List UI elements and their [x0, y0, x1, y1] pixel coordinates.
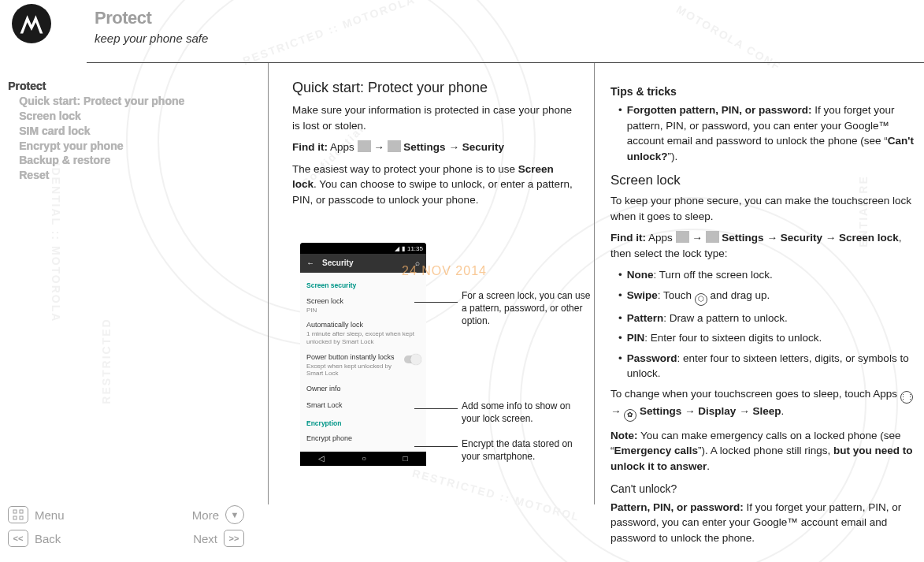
opt-pattern: •Pattern: Draw a pattern to unlock.	[618, 311, 916, 326]
phone-row-smartlock: Smart Lock	[306, 397, 420, 414]
nav-recent-icon: □	[403, 453, 408, 465]
toggle-icon	[404, 355, 420, 363]
sidebar-item-screenlock[interactable]: Screen lock	[8, 109, 260, 124]
phone-time: 11:35	[407, 244, 423, 254]
chevron-right-icon: >>	[224, 530, 244, 547]
svg-rect-3	[20, 516, 23, 519]
main-column: Quick start: Protect your phone Make sur…	[268, 63, 595, 504]
sidebar-nav: Protect Quick start: Protect your phone …	[0, 63, 268, 504]
callout-screenlock: For a screen lock, you can use a pattern…	[462, 290, 592, 327]
phone-section-encryption: Encryption	[306, 419, 420, 428]
settings-icon	[388, 140, 401, 152]
main-intro: Make sure your information is protected …	[292, 102, 574, 133]
bottom-nav: Menu More ▼ << Back Next >>	[8, 503, 244, 550]
chevron-left-icon: <<	[8, 530, 28, 547]
opt-swipe: •Swipe: Touch ⬡ and drag up.	[618, 288, 916, 306]
chevron-down-icon: ▼	[225, 505, 244, 524]
apps-icon	[676, 231, 689, 243]
cant-unlock-heading: Can't unlock?	[610, 481, 916, 497]
gear-icon: ✿	[624, 409, 636, 422]
sidebar-item-simlock[interactable]: SIM card lock	[8, 124, 260, 139]
nav-home-icon: ○	[362, 453, 366, 465]
find-it-line: Find it: Apps → Settings → Security	[292, 140, 574, 155]
next-button[interactable]: Next >>	[193, 530, 244, 547]
lock-icon: ⬡	[695, 293, 707, 306]
date-stamp: 24 NOV 2014	[402, 264, 487, 278]
sidebar-item-quickstart[interactable]: Quick start: Protect your phone	[8, 94, 260, 109]
svg-rect-1	[20, 510, 23, 513]
opt-pin: •PIN: Enter four to sixteen digits to un…	[618, 330, 916, 346]
page-header: Protect keep your phone safe	[87, 0, 924, 63]
opt-password: •Password: enter four to sixteen letters…	[618, 351, 916, 381]
main-heading: Quick start: Protect your phone	[292, 77, 574, 98]
page-subtitle: keep your phone safe	[95, 32, 208, 45]
callout-ownerinfo: Add some info to show on your lock scree…	[462, 400, 588, 425]
main-body: The easiest way to protect your phone is…	[292, 162, 574, 208]
opt-none: •None: Turn off the screen lock.	[618, 267, 916, 283]
apps-icon	[358, 140, 371, 152]
phone-row-encrypt: Encrypt phone	[306, 430, 420, 447]
sidebar-item-reset[interactable]: Reset	[8, 168, 260, 183]
tips-heading: Tips & tricks	[610, 84, 916, 99]
nav-back-icon: ◁	[318, 453, 325, 465]
note-paragraph: Note: You can make emergency calls on a …	[610, 428, 916, 475]
svg-rect-2	[13, 516, 17, 519]
menu-button[interactable]: Menu	[8, 506, 65, 523]
screenlock-intro: To keep your phone secure, you can make …	[610, 193, 916, 224]
sidebar-item-encrypt[interactable]: Encrypt your phone	[8, 139, 260, 154]
back-button[interactable]: << Back	[8, 530, 61, 547]
tip-forgotten: • Forgotten pattern, PIN, or password: I…	[618, 102, 916, 164]
svg-rect-0	[13, 510, 17, 513]
phone-navbar: ◁ ○ □	[300, 452, 426, 466]
back-arrow-icon: ←	[306, 258, 314, 270]
sidebar-item-protect[interactable]: Protect	[8, 79, 260, 94]
phone-appbar-title: Security	[322, 258, 353, 270]
apps-grid-icon: ⋮⋮	[900, 391, 913, 404]
cant-unlock-body: Pattern, PIN, or password: If you forget…	[610, 500, 916, 546]
motorola-logo	[12, 4, 51, 43]
phone-row-screenlock: Screen lock PIN	[306, 293, 420, 318]
phone-section-screen-security: Screen security	[306, 281, 420, 290]
screenlock-heading: Screen lock	[610, 171, 916, 191]
phone-row-owner: Owner info	[306, 381, 420, 397]
menu-grid-icon	[8, 506, 28, 523]
phone-statusbar: ◢ ▮ 11:35	[300, 243, 426, 254]
more-button[interactable]: More ▼	[192, 505, 244, 524]
phone-illustration: ◢ ▮ 11:35 ← Security ⌕ Screen security S…	[292, 243, 574, 479]
change-sleep: To change when your touchscreen goes to …	[610, 386, 916, 422]
screenlock-findit: Find it: Apps → Settings → Security → Sc…	[610, 230, 916, 261]
phone-row-powerlock: Power button instantly locks Except when…	[306, 349, 420, 381]
signal-icon: ◢	[395, 244, 399, 254]
settings-icon	[706, 231, 719, 243]
page-title: Protect	[95, 8, 151, 28]
sidebar-item-backup[interactable]: Backup & restore	[8, 153, 260, 168]
battery-icon: ▮	[402, 244, 405, 254]
right-column: Tips & tricks • Forgotten pattern, PIN, …	[595, 63, 924, 504]
callout-encrypt: Encrypt the data stored on your smartpho…	[462, 438, 588, 463]
phone-row-autolock: Automatically lock 1 minute after sleep,…	[306, 317, 420, 348]
